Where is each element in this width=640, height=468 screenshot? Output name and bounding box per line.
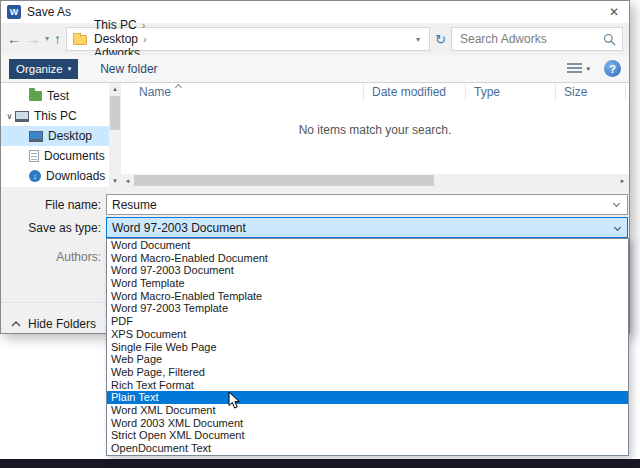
dropdown-option[interactable]: Word Template — [107, 277, 628, 290]
tree-expander-icon[interactable]: ∨ — [4, 112, 15, 121]
scrollbar-thumb[interactable] — [134, 175, 434, 186]
organize-label: Organize — [16, 63, 63, 75]
column-header-label: Date modified — [372, 85, 446, 99]
search-icon — [603, 33, 616, 46]
tree-item-label: Documents — [44, 149, 105, 163]
dropdown-option[interactable]: Word Document — [107, 239, 628, 252]
content-area: Test ∨ This PC Desktop — [1, 83, 629, 187]
folder-tree: Test ∨ This PC Desktop — [1, 83, 109, 187]
close-icon[interactable]: ✕ — [609, 6, 619, 18]
file-list: Name Date modified Type — [121, 83, 629, 187]
tree-item-label: Test — [47, 89, 69, 103]
tree-item-label: Desktop — [48, 129, 92, 143]
scroll-up-icon[interactable]: ▴ — [109, 83, 121, 95]
help-button[interactable]: ? — [604, 60, 621, 77]
folder-icon — [73, 35, 87, 45]
sort-ascending-icon — [175, 84, 182, 91]
hide-folders-button[interactable]: Hide Folders — [11, 317, 96, 331]
search-input[interactable] — [458, 31, 603, 47]
column-header[interactable]: Type — [466, 83, 556, 101]
dropdown-option[interactable]: Word 97-2003 Document — [107, 264, 628, 277]
column-header-label: Name — [139, 85, 171, 99]
back-button[interactable]: ← — [7, 32, 21, 46]
dropdown-option[interactable]: Web Page, Filtered — [107, 366, 628, 379]
dropdown-option[interactable]: Web Page — [107, 353, 628, 366]
dropdown-option[interactable]: Rich Text Format — [107, 379, 628, 392]
chevron-down-icon: ▾ — [586, 65, 590, 73]
tree-item-label: This PC — [34, 109, 77, 123]
downloads-icon — [29, 170, 41, 182]
window-title: Save As — [27, 5, 71, 19]
dropdown-option[interactable]: Word XML Document — [107, 404, 628, 417]
refresh-icon[interactable]: ↻ — [435, 33, 446, 46]
sidebar-item-test[interactable]: Test — [1, 86, 109, 106]
save-as-type-dropdown: Word Document Word Macro-Enabled Documen… — [106, 238, 629, 456]
file-list-horizontal-scrollbar[interactable]: ◂ ▸ — [121, 174, 629, 187]
breadcrumb-segment[interactable]: This PC — [94, 18, 137, 32]
dropdown-option[interactable]: Word Macro-Enabled Template — [107, 290, 628, 303]
navigation-bar: ← → ▾ ↑ This PC › Desktop › — [1, 23, 629, 55]
dropdown-option[interactable]: OpenDocument Text — [107, 442, 628, 455]
scroll-left-icon[interactable]: ◂ — [121, 174, 134, 187]
column-header[interactable]: Name — [121, 83, 364, 101]
column-header-label: Size — [564, 85, 587, 99]
address-dropdown-icon[interactable]: ▾ — [412, 35, 424, 44]
screen: W Save As ✕ ← → ▾ ↑ This PC › Desktop — [0, 0, 640, 468]
organize-button[interactable]: Organize ▾ — [9, 59, 78, 79]
file-name-input[interactable] — [106, 194, 628, 215]
dropdown-option[interactable]: Plain Text — [107, 391, 628, 404]
dropdown-option[interactable]: PDF — [107, 315, 628, 328]
scroll-right-icon[interactable]: ▸ — [616, 174, 629, 187]
column-headers: Name Date modified Type — [121, 83, 629, 101]
save-as-dialog: W Save As ✕ ← → ▾ ↑ This PC › Desktop — [0, 0, 630, 334]
dropdown-option[interactable]: Single File Web Page — [107, 341, 628, 354]
chevron-up-icon — [11, 321, 21, 327]
breadcrumb-segments: This PC › Desktop › Adworks › — [94, 18, 147, 60]
empty-list-message: No items match your search. — [121, 123, 629, 137]
scroll-down-icon[interactable]: ▾ — [109, 175, 121, 187]
forward-button[interactable]: → — [26, 32, 40, 46]
breadcrumb-separator-icon: › — [143, 33, 147, 45]
chevron-down-icon: ▾ — [68, 65, 72, 73]
sidebar-scrollbar[interactable]: ▴ ▾ — [109, 83, 121, 187]
change-view-button[interactable]: ▾ — [567, 63, 590, 75]
new-folder-button[interactable]: New folder — [100, 62, 157, 76]
command-toolbar: Organize ▾ New folder ▾ ? — [1, 55, 629, 83]
dropdown-option[interactable]: Strict Open XML Document — [107, 429, 628, 442]
up-button[interactable]: ↑ — [54, 32, 61, 46]
dropdown-option[interactable]: XPS Document — [107, 328, 628, 341]
word-app-icon: W — [7, 5, 21, 19]
breadcrumb: This PC › Desktop › Adworks › ▾ — [66, 27, 430, 51]
breadcrumb-separator-icon: › — [142, 19, 146, 31]
column-header[interactable]: Date modified — [364, 83, 466, 101]
hide-folders-label: Hide Folders — [28, 317, 96, 331]
desktop-icon — [29, 131, 43, 142]
search-box — [451, 27, 623, 51]
dropdown-option[interactable]: Word 97-2003 Template — [107, 302, 628, 315]
tree-item-label: Downloads — [46, 169, 105, 183]
file-name-label: File name: — [1, 198, 101, 212]
sidebar-item-this-pc[interactable]: ∨ This PC — [1, 106, 109, 126]
details-view-icon — [567, 63, 582, 75]
computer-icon — [15, 111, 29, 122]
column-header-label: Type — [474, 85, 500, 99]
taskbar[interactable] — [0, 459, 640, 468]
sidebar-item-desktop[interactable]: Desktop — [1, 126, 109, 146]
green-folder-icon — [29, 91, 42, 101]
column-header[interactable]: Size — [556, 83, 626, 101]
breadcrumb-segment[interactable]: Desktop — [94, 32, 138, 46]
save-as-type-value: Word 97-2003 Document — [112, 221, 246, 235]
save-as-type-combobox[interactable]: Word 97-2003 Document — [106, 217, 628, 238]
authors-label: Authors: — [1, 250, 101, 264]
dropdown-option[interactable]: Word 2003 XML Document — [107, 417, 628, 430]
save-as-type-label: Save as type: — [1, 221, 101, 235]
scrollbar-thumb[interactable] — [110, 96, 120, 130]
documents-icon — [29, 150, 39, 162]
sidebar-item-downloads[interactable]: Downloads — [1, 166, 109, 186]
history-dropdown-icon[interactable]: ▾ — [45, 35, 49, 43]
dropdown-option[interactable]: Word Macro-Enabled Document — [107, 252, 628, 265]
combobox-dropdown-icon[interactable] — [614, 224, 621, 231]
sidebar-item-documents[interactable]: Documents — [1, 146, 109, 166]
